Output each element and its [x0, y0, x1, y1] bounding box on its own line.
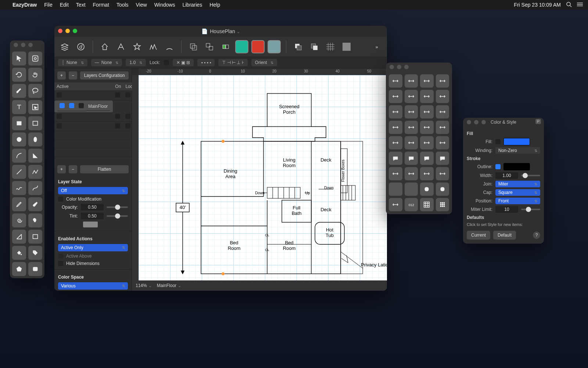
flatten-button[interactable]: Flatten [80, 165, 129, 173]
shape-speech-sharp[interactable] [405, 152, 418, 165]
shape-ruler[interactable] [389, 198, 402, 211]
layer-state-select[interactable]: Off [58, 187, 128, 194]
remove-layer-button[interactable]: − [69, 71, 77, 79]
menu-help[interactable]: Help [209, 2, 220, 8]
width-value[interactable]: 1.00 [495, 172, 518, 179]
ungroup-icon[interactable] [203, 40, 216, 53]
shape-endpoint-l[interactable] [389, 90, 402, 103]
layer-lock-checkbox[interactable] [125, 123, 130, 128]
back-icon[interactable] [308, 40, 321, 53]
tool-pointer[interactable] [12, 52, 26, 66]
shape-bracket-sq[interactable] [389, 105, 402, 118]
layer-on-checkbox[interactable] [115, 92, 120, 98]
window-controls[interactable] [463, 118, 490, 127]
layer-active-checkbox[interactable] [60, 103, 65, 108]
remove-layer-button-2[interactable]: − [69, 165, 77, 173]
shape-wave[interactable] [436, 167, 449, 180]
shape-parallel[interactable] [420, 136, 434, 149]
shape-dots[interactable] [436, 198, 449, 211]
tool-text[interactable] [12, 100, 26, 114]
shape-stack[interactable] [436, 121, 449, 134]
control-center-icon[interactable] [577, 2, 583, 8]
active-layer-status[interactable]: MainFloor [157, 283, 181, 288]
shape-grid[interactable] [420, 198, 434, 211]
menubar-clock[interactable]: Fri Sep 23 10:09 AM [514, 2, 561, 8]
shape-dim-h[interactable] [420, 90, 434, 103]
shape-dim-tick[interactable] [436, 90, 449, 103]
ruler-vertical[interactable] [132, 75, 139, 291]
tool-squiggle[interactable] [12, 181, 26, 195]
shape-thought[interactable] [420, 152, 434, 165]
arc-text-icon[interactable] [163, 40, 176, 53]
layer-active-checkbox[interactable] [57, 114, 62, 119]
layer-on-checkbox[interactable] [115, 114, 120, 119]
layers-config-button[interactable]: Layers Configuration [80, 71, 129, 79]
shape-corner[interactable] [389, 74, 402, 88]
dash-style-select[interactable]: — None [91, 59, 122, 66]
shape-dim-inner[interactable] [420, 105, 434, 118]
tool-ellipse-fill[interactable] [28, 132, 42, 146]
swatch-stone[interactable] [268, 40, 281, 53]
tool-pentagon[interactable] [12, 262, 26, 276]
weight-select[interactable]: 1.0 [126, 59, 146, 66]
distribute-group[interactable]: ⊤ ⊣ ⊢ ⊥ ⊦ [218, 59, 247, 66]
shape-ext-down[interactable] [389, 121, 402, 134]
stroke-swatch[interactable] [503, 163, 530, 170]
tool-rounded-rect[interactable] [28, 262, 42, 276]
star-icon[interactable] [130, 40, 144, 53]
tool-polyline[interactable] [28, 165, 42, 179]
info-icon[interactable]: d [74, 40, 87, 53]
tool-spiral[interactable] [12, 213, 26, 227]
color-mod-checkbox[interactable] [58, 197, 63, 202]
swatch-red[interactable] [251, 40, 265, 53]
shape-012[interactable]: 012 [405, 198, 418, 211]
shape-crescent-r[interactable] [405, 183, 418, 196]
color-space-select[interactable]: Various [58, 282, 128, 290]
window-controls[interactable] [54, 26, 81, 35]
layer-active-checkbox[interactable] [57, 92, 62, 98]
window-controls[interactable] [10, 40, 44, 49]
shape-blob[interactable] [436, 183, 449, 196]
tool-paintbrush[interactable] [28, 197, 42, 211]
join-select[interactable]: Miter [495, 181, 540, 187]
document-title[interactable]: HousePlan [210, 28, 240, 34]
tool-direct-select[interactable] [28, 100, 42, 114]
layers-icon[interactable] [58, 40, 71, 53]
tool-circle-fill[interactable] [12, 132, 26, 146]
miter-slider[interactable] [521, 209, 540, 210]
active-above-checkbox[interactable] [58, 254, 63, 259]
menu-libraries[interactable]: Libraries [182, 2, 202, 8]
menu-view[interactable]: View [136, 2, 147, 8]
opacity-slider[interactable] [107, 206, 128, 208]
tool-leaf[interactable] [12, 230, 26, 244]
menu-windows[interactable]: Windows [154, 2, 175, 8]
grid-icon[interactable] [324, 40, 337, 53]
align-group[interactable]: ▪ ▪ ▪ ▪ [197, 59, 215, 66]
app-menu[interactable]: EazyDraw [12, 2, 37, 8]
tool-wedge[interactable] [28, 149, 42, 163]
shape-tangent[interactable] [405, 136, 418, 149]
default-button[interactable]: Default [493, 231, 516, 240]
ruler-horizontal[interactable]: -20-1001020304050 [139, 68, 387, 75]
tint-swatch[interactable] [83, 222, 98, 227]
outline-checkbox[interactable] [495, 164, 501, 169]
tool-tag[interactable] [28, 246, 42, 260]
toolbar-overflow-icon[interactable]: » [370, 40, 383, 53]
pen-tools-icon[interactable] [114, 40, 128, 53]
stroke-style-select[interactable]: ┊ None [58, 59, 87, 66]
layer-active-checkbox[interactable] [57, 123, 62, 128]
add-layer-button[interactable]: + [57, 71, 66, 79]
add-layer-button-2[interactable]: + [57, 165, 66, 173]
position-select[interactable]: Front [495, 198, 540, 204]
orient-select[interactable]: Orient [251, 59, 277, 66]
layer-lock-checkbox[interactable] [79, 103, 84, 108]
shape-ext-both[interactable] [420, 121, 434, 134]
shape-flow[interactable] [436, 74, 449, 88]
shape-speech-round[interactable] [389, 152, 402, 165]
fill-swatch[interactable] [503, 138, 530, 145]
tool-head[interactable] [28, 213, 42, 227]
tool-measure[interactable] [28, 52, 42, 66]
shape-burst[interactable] [436, 152, 449, 165]
shape-rounded[interactable] [420, 183, 434, 196]
help-icon[interactable]: ? [533, 231, 540, 239]
